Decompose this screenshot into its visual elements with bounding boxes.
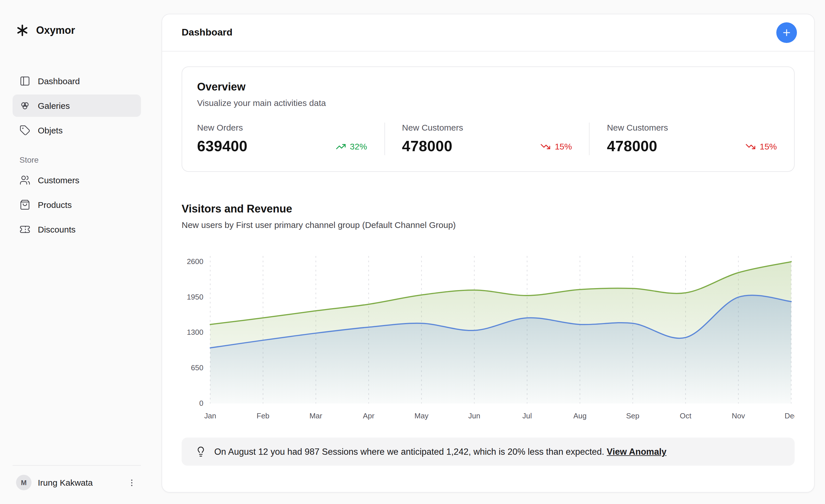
stat-delta-value: 15% <box>760 142 777 151</box>
ticket-icon <box>19 224 30 235</box>
visitors-title: Visitors and Revenue <box>181 203 795 215</box>
stat-value: 478000 <box>402 138 452 155</box>
plus-icon <box>781 27 792 38</box>
card-header: Dashboard <box>162 14 814 52</box>
sidebar-item-products[interactable]: Products <box>13 193 141 216</box>
stat-delta: 15% <box>745 141 777 152</box>
svg-text:1300: 1300 <box>187 328 203 336</box>
avatar: M <box>16 475 31 490</box>
overview-title: Overview <box>197 81 779 93</box>
anomaly-text: On August 12 you had 987 Sessions where … <box>214 447 667 457</box>
area-chart: JanFebMarAprMayJunJulAugSepOctNovDec0650… <box>181 253 795 424</box>
brand-logo: Oxymor <box>13 23 141 38</box>
main-area: Dashboard Overview Visualize your main a… <box>154 0 825 504</box>
overview-card: Overview Visualize your main activities … <box>181 67 795 172</box>
anomaly-banner: On August 12 you had 987 Sessions where … <box>181 438 795 466</box>
dashboard-card: Dashboard Overview Visualize your main a… <box>162 14 815 493</box>
visitors-subtitle: New users by First user primary channel … <box>181 220 795 230</box>
trending-up-icon <box>335 141 346 152</box>
asterisk-icon <box>15 23 30 38</box>
svg-text:Jan: Jan <box>204 412 216 420</box>
svg-text:650: 650 <box>191 364 203 372</box>
kebab-vertical-icon <box>127 478 136 487</box>
sidebar-item-label: Products <box>38 200 72 209</box>
card-body: Overview Visualize your main activities … <box>162 52 814 492</box>
tag-icon <box>19 125 30 136</box>
sidebar-section-store: Store <box>19 155 141 164</box>
sidebar-item-label: Customers <box>38 175 79 185</box>
flower-icon <box>19 100 30 111</box>
sidebar-item-label: Dashboard <box>38 76 80 86</box>
svg-text:Feb: Feb <box>257 412 270 420</box>
overview-subtitle: Visualize your main activities data <box>197 98 779 108</box>
sidebar-item-customers[interactable]: Customers <box>13 169 141 191</box>
svg-text:Sep: Sep <box>626 412 640 420</box>
svg-text:Apr: Apr <box>363 412 375 420</box>
stat-value: 639400 <box>197 138 247 155</box>
sidebar-item-label: Galeries <box>38 101 70 110</box>
sidebar-item-galeries[interactable]: Galeries <box>13 94 141 117</box>
stat-delta: 15% <box>540 141 572 152</box>
svg-text:Mar: Mar <box>309 412 322 420</box>
stat-delta-value: 32% <box>350 142 367 151</box>
svg-text:Jul: Jul <box>523 412 532 420</box>
user-name: Irung Kakwata <box>38 478 120 487</box>
stat-delta-value: 15% <box>555 142 572 151</box>
stats-row: New Orders 639400 32% N <box>197 122 779 155</box>
sidebar-item-label: Objets <box>38 125 63 135</box>
stat-label: New Customers <box>607 122 777 132</box>
stat-new-customers-2: New Customers 478000 15% <box>589 122 779 155</box>
brand-name: Oxymor <box>36 24 75 36</box>
stat-new-customers-1: New Customers 478000 15% <box>384 122 589 155</box>
main-nav: Dashboard Galeries Objets <box>13 70 141 142</box>
svg-text:Nov: Nov <box>732 412 745 420</box>
shopping-bag-icon <box>19 199 30 210</box>
sidebar-item-discounts[interactable]: Discounts <box>13 218 141 241</box>
add-button[interactable] <box>776 22 797 43</box>
svg-text:0: 0 <box>199 399 203 407</box>
stat-label: New Orders <box>197 122 367 132</box>
svg-text:Aug: Aug <box>573 412 586 420</box>
svg-text:Jun: Jun <box>468 412 480 420</box>
users-icon <box>19 175 30 185</box>
panels-icon <box>19 76 30 86</box>
anomaly-message: On August 12 you had 987 Sessions where … <box>214 447 604 456</box>
stat-value: 478000 <box>607 138 658 155</box>
app: Oxymor Dashboard Galeries Objets Store C… <box>0 0 825 504</box>
view-anomaly-link[interactable]: View Anomaly <box>607 447 666 456</box>
svg-text:2600: 2600 <box>187 257 203 265</box>
stat-label: New Customers <box>402 122 572 132</box>
sidebar: Oxymor Dashboard Galeries Objets Store C… <box>0 0 154 504</box>
lightbulb-icon <box>195 446 206 457</box>
trending-down-icon <box>745 141 756 152</box>
svg-text:May: May <box>415 412 429 420</box>
stat-delta: 32% <box>335 141 367 152</box>
user-menu-button[interactable] <box>126 477 138 488</box>
user-row[interactable]: M Irung Kakwata <box>13 465 141 490</box>
visitors-chart: JanFebMarAprMayJunJulAugSepOctNovDec0650… <box>181 253 795 424</box>
store-nav: Customers Products Discounts <box>13 169 141 241</box>
page-title: Dashboard <box>181 27 233 38</box>
sidebar-item-objets[interactable]: Objets <box>13 119 141 142</box>
trending-down-icon <box>540 141 551 152</box>
sidebar-item-label: Discounts <box>38 225 76 234</box>
svg-text:Oct: Oct <box>680 412 691 420</box>
svg-text:1950: 1950 <box>187 293 203 301</box>
stat-new-orders: New Orders 639400 32% <box>197 122 384 155</box>
sidebar-item-dashboard[interactable]: Dashboard <box>13 70 141 92</box>
svg-text:Dec: Dec <box>784 412 795 420</box>
